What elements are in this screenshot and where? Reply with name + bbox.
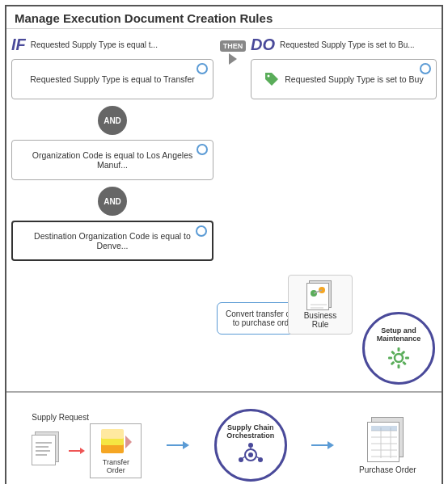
arrow-line-red [69, 450, 80, 452]
do-header-text: Requested Supply Type is set to Bu... [280, 40, 415, 49]
supply-request-doc-icon [32, 431, 62, 470]
arrow-to-purchase-order [311, 441, 334, 449]
if-header: IF Requested Supply Type is equal t... [11, 36, 213, 54]
action-box-1[interactable]: Requested Supply Type is set to Buy [251, 59, 437, 99]
svg-rect-9 [388, 356, 392, 359]
arrow-sc-line [167, 444, 183, 446]
svg-rect-17 [101, 429, 124, 439]
transfer-order-label: Transfer Order [94, 458, 137, 474]
arrow-to-transfer [69, 448, 85, 454]
and-badge-2: AND [98, 187, 127, 216]
business-rule-box[interactable]: Business Rule [288, 275, 353, 335]
po-front [367, 422, 399, 462]
condition-box-2[interactable]: Organization Code is equal to Los Angele… [11, 140, 213, 180]
transfer-order-icon [99, 427, 132, 457]
if-label: IF [11, 36, 26, 54]
svg-line-24 [243, 457, 245, 458]
condition-text-1: Requested Supply Type is equal to Transf… [30, 74, 195, 84]
bottom-section: Supply Request [6, 393, 442, 484]
svg-rect-12 [402, 360, 407, 365]
svg-rect-8 [398, 364, 400, 368]
business-rule-label: Business Rule [297, 311, 344, 329]
supply-request-label: Supply Request [32, 413, 89, 422]
do-label: DO [251, 36, 275, 54]
condition-box-3[interactable]: Destination Organization Code is equal t… [11, 221, 213, 261]
handle-1[interactable] [197, 63, 208, 74]
arrow-po-line [311, 444, 328, 446]
svg-marker-18 [125, 436, 132, 448]
supply-chain-circle[interactable]: Supply Chain Orchestration [214, 409, 287, 482]
condition-text-3: Destination Organization Code is equal t… [21, 231, 204, 250]
svg-rect-34 [371, 426, 397, 431]
condition-box-1[interactable]: Requested Supply Type is equal to Transf… [11, 59, 213, 99]
action-handle-1[interactable] [420, 63, 431, 74]
business-rule-area: Business Rule [288, 275, 353, 335]
and-badge-1: AND [98, 106, 127, 135]
action-text-1: Requested Supply Type is set to Buy [285, 74, 423, 84]
supply-chain-label: Supply Chain Orchestration [217, 423, 285, 440]
svg-point-20 [248, 443, 253, 448]
sr-front [32, 435, 56, 465]
do-header: DO Requested Supply Type is set to Bu... [251, 36, 437, 54]
supply-chain-icon [238, 442, 264, 468]
handle-3[interactable] [196, 225, 207, 237]
tag-icon [264, 71, 280, 87]
arrow-po-head [328, 441, 334, 449]
svg-rect-7 [398, 347, 400, 351]
if-column: IF Requested Supply Type is equal t... R… [11, 36, 213, 386]
condition-text-2: Organization Code is equal to Los Angele… [20, 150, 205, 170]
handle-2[interactable] [197, 144, 208, 155]
svg-point-6 [395, 354, 403, 362]
gear-icon [386, 345, 412, 371]
setup-label: Setup and Maintenance [365, 326, 433, 343]
if-header-text: Requested Supply Type is equal t... [31, 40, 158, 49]
svg-point-0 [268, 75, 270, 78]
arrow-head-red [80, 448, 85, 454]
arrow-sc-head [183, 441, 189, 449]
svg-line-25 [256, 457, 259, 458]
then-badge: THEN [220, 40, 247, 52]
page-title: Manage Execution Document Creation Rules [6, 6, 442, 29]
purchase-order-area: Purchase Order [359, 417, 416, 474]
purchase-order-icon [367, 417, 408, 464]
po-table-svg [368, 423, 400, 463]
br-chart-svg [307, 284, 330, 311]
br-front-page [306, 283, 329, 310]
transfer-order-box[interactable]: Transfer Order [90, 423, 142, 478]
setup-maintenance-circle[interactable]: Setup and Maintenance [362, 312, 435, 385]
svg-rect-11 [391, 350, 395, 355]
supply-request-area: Supply Request [32, 413, 142, 478]
then-arrow-head [229, 53, 237, 65]
svg-rect-14 [391, 360, 395, 365]
rule-diagram: IF Requested Supply Type is equal t... R… [6, 29, 442, 393]
purchase-order-label: Purchase Order [359, 465, 416, 474]
svg-point-26 [248, 452, 253, 457]
main-container: Manage Execution Document Creation Rules… [5, 5, 443, 484]
supply-request-inner: Transfer Order [32, 423, 142, 478]
svg-rect-10 [405, 356, 409, 359]
business-rule-icon [306, 280, 334, 311]
arrow-to-supply-chain [167, 441, 189, 449]
